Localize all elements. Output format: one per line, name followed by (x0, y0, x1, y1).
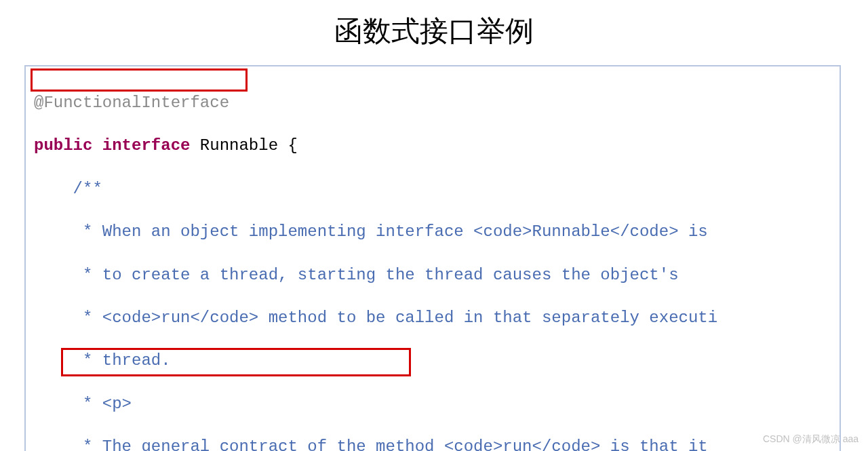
javadoc-line: * <code>run</code> method to be called i… (34, 309, 717, 327)
annotation-line: @FunctionalInterface (34, 94, 229, 112)
javadoc-line: * The general contract of the method <co… (34, 437, 708, 451)
javadoc-line: * thread. (34, 351, 171, 370)
page-title: 函数式接口举例 (0, 0, 868, 65)
type-name-runnable: Runnable { (200, 136, 298, 155)
code-block: @FunctionalInterface public interface Ru… (24, 65, 841, 451)
watermark: CSDN @清风微凉 aaa (763, 433, 859, 446)
javadoc-start: /** (34, 180, 102, 198)
highlight-box-annotation (31, 68, 248, 92)
keyword-public-interface: public interface (34, 136, 200, 155)
javadoc-line: * to create a thread, starting the threa… (34, 266, 679, 284)
javadoc-line: * <p> (34, 395, 132, 413)
javadoc-line: * When an object implementing interface … (34, 222, 708, 241)
